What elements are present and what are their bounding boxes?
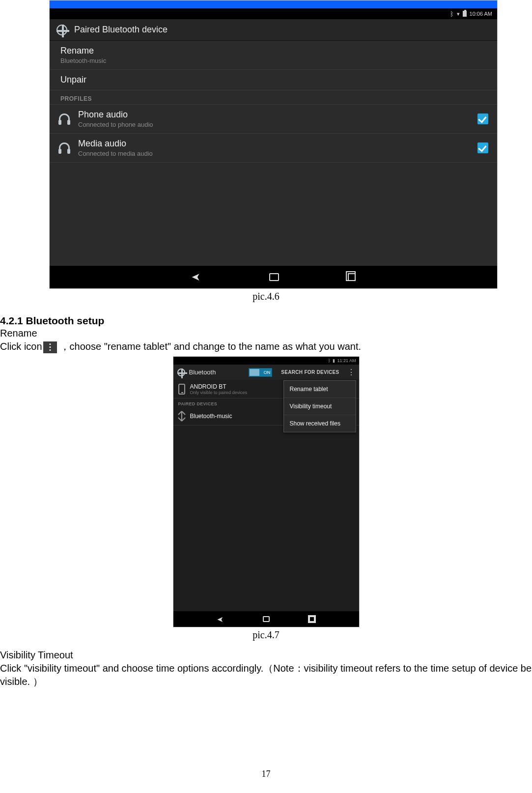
media-audio-row[interactable]: Media audio Connected to media audio bbox=[50, 134, 497, 163]
visibility-body: Click "visibility timeout" and choose ti… bbox=[0, 662, 532, 688]
phone-audio-sub: Connected to phone audio bbox=[78, 121, 470, 128]
media-audio-title: Media audio bbox=[78, 139, 470, 149]
unpair-label: Unpair bbox=[60, 75, 486, 85]
recent-apps-icon[interactable] bbox=[348, 273, 356, 281]
back-icon[interactable]: ➤ bbox=[192, 271, 200, 283]
home-icon[interactable] bbox=[263, 616, 270, 622]
search-for-devices-button[interactable]: SEARCH FOR DEVICES bbox=[276, 369, 339, 375]
home-icon[interactable] bbox=[269, 273, 279, 281]
rename-post: ，choose "rename tablet" and change to th… bbox=[60, 341, 361, 352]
android-nav-bar: ➤ bbox=[173, 611, 359, 627]
headset-icon bbox=[58, 113, 70, 125]
profiles-section-label: PROFILES bbox=[50, 90, 497, 105]
recent-apps-icon[interactable] bbox=[309, 616, 315, 622]
android-status-bar: ᛒ ▮ 11:21 AM bbox=[173, 357, 359, 365]
bluetooth-title: Bluetooth bbox=[189, 368, 245, 376]
screenshot-pic-4-6: ᛒ ▾ 10:06 AM Paired Bluetooth device Ren… bbox=[49, 0, 498, 289]
caption-pic-4-7: pic.4.7 bbox=[0, 629, 532, 641]
headset-icon bbox=[58, 142, 70, 154]
rename-instructions: Click icon，choose "rename tablet" and ch… bbox=[0, 340, 532, 353]
bluetooth-device-icon bbox=[178, 411, 185, 421]
phone-audio-checkbox[interactable] bbox=[477, 113, 488, 124]
page-title: Paired Bluetooth device bbox=[74, 25, 168, 35]
battery-icon: ▮ bbox=[333, 358, 335, 363]
device-name: ANDROID BT bbox=[190, 383, 248, 390]
bluetooth-toggle[interactable]: ON bbox=[249, 368, 272, 377]
device-sub: Only visible to paired devices bbox=[190, 390, 248, 395]
signal-icon: ▾ bbox=[457, 11, 460, 17]
section-heading: 4.2.1 Bluetooth setup bbox=[0, 315, 532, 327]
caption-pic-4-6: pic.4.6 bbox=[0, 291, 532, 302]
window-top-bar bbox=[50, 0, 497, 8]
rename-heading: Rename bbox=[0, 328, 532, 339]
screenshot-pic-4-7: ᛒ ▮ 11:21 AM Bluetooth ON SEARCH FOR DEV… bbox=[173, 356, 360, 627]
bluetooth-title-bar: Bluetooth ON SEARCH FOR DEVICES ⋮ bbox=[173, 365, 359, 380]
toggle-label: ON bbox=[264, 370, 271, 375]
visibility-heading: Visibility Timeout bbox=[0, 650, 532, 661]
phone-audio-title: Phone audio bbox=[78, 110, 470, 120]
phone-icon bbox=[178, 384, 185, 395]
bluetooth-icon: ᛒ bbox=[450, 10, 454, 18]
media-audio-checkbox[interactable] bbox=[477, 142, 488, 153]
phone-audio-row[interactable]: Phone audio Connected to phone audio bbox=[50, 105, 497, 134]
rename-row[interactable]: Rename Bluetooth-music bbox=[50, 41, 497, 70]
status-time: 11:21 AM bbox=[337, 358, 356, 363]
page-number: 17 bbox=[0, 769, 532, 779]
battery-icon bbox=[463, 11, 467, 17]
rename-pre: Click icon bbox=[0, 341, 42, 352]
paired-device-name: Bluetooth-music bbox=[190, 413, 232, 420]
media-audio-sub: Connected to media audio bbox=[78, 150, 470, 157]
overflow-menu-icon bbox=[43, 341, 57, 353]
popup-show-received-files[interactable]: Show received files bbox=[284, 415, 356, 432]
settings-gear-icon bbox=[177, 368, 185, 376]
unpair-row[interactable]: Unpair bbox=[50, 70, 497, 90]
popup-visibility-timeout[interactable]: Visibility timeout bbox=[284, 398, 356, 415]
overflow-popup-menu: Rename tablet Visibility timeout Show re… bbox=[283, 380, 356, 432]
page-title-bar: Paired Bluetooth device bbox=[50, 19, 497, 41]
rename-label: Rename bbox=[60, 46, 486, 56]
rename-subtitle: Bluetooth-music bbox=[60, 57, 486, 64]
settings-gear-icon bbox=[56, 25, 67, 35]
status-time: 10:06 AM bbox=[470, 11, 492, 17]
overflow-menu-icon[interactable]: ⋮ bbox=[347, 368, 355, 377]
android-nav-bar: ➤ bbox=[50, 266, 497, 288]
popup-rename-tablet[interactable]: Rename tablet bbox=[284, 381, 356, 398]
back-icon[interactable]: ➤ bbox=[217, 615, 224, 624]
bluetooth-icon: ᛒ bbox=[328, 358, 331, 363]
android-status-bar: ᛒ ▾ 10:06 AM bbox=[50, 8, 497, 19]
